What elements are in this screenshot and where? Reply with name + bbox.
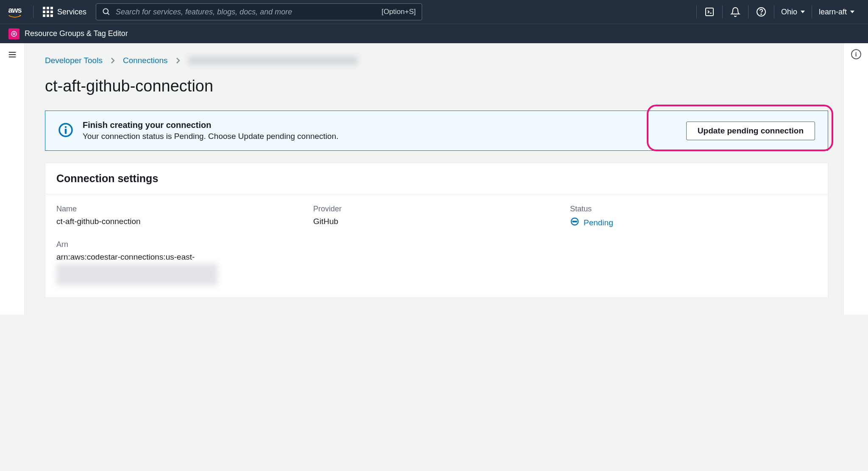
aws-logo[interactable]: aws (7, 6, 28, 18)
alert-wrap: Finish creating your connection Your con… (45, 111, 828, 151)
field-name: Name ct-aft-github-connection (56, 205, 303, 228)
info-icon (58, 122, 73, 139)
breadcrumb-connections[interactable]: Connections (123, 56, 168, 65)
search-container[interactable]: [Option+S] (96, 3, 422, 20)
svg-point-5 (761, 14, 762, 15)
alert-text: Your connection status is Pending. Choos… (83, 132, 677, 141)
help-button[interactable] (748, 0, 774, 24)
arn-redacted (56, 263, 217, 285)
cloudshell-icon (704, 7, 715, 17)
breadcrumb: Developer Tools Connections (45, 56, 828, 65)
search-icon (102, 8, 111, 16)
svg-point-12 (65, 126, 67, 127)
alert-title: Finish creating your connection (83, 120, 677, 130)
divider (33, 6, 33, 18)
page-title: ct-aft-github-connection (45, 77, 828, 95)
search-shortcut: [Option+S] (381, 8, 416, 16)
caret-down-icon (850, 11, 854, 13)
provider-label: Provider (313, 205, 560, 213)
alert-body: Finish creating your connection Your con… (83, 120, 677, 141)
aws-logo-swoosh-icon (7, 15, 23, 18)
services-label: Services (57, 8, 86, 17)
aws-logo-text: aws (8, 6, 21, 15)
svg-line-1 (108, 13, 109, 15)
caret-down-icon (801, 11, 805, 13)
card-header: Connection settings (45, 163, 828, 194)
chevron-right-icon (110, 57, 115, 64)
left-rail (0, 43, 25, 315)
breadcrumb-redacted (188, 56, 358, 65)
svg-point-7 (11, 31, 17, 36)
region-selector[interactable]: Ohio (774, 0, 812, 24)
right-rail: i (843, 43, 868, 315)
cloudshell-button[interactable] (697, 0, 722, 24)
status-label: Status (570, 205, 817, 213)
svg-point-16 (574, 221, 575, 222)
search-input[interactable] (116, 8, 377, 17)
pending-icon (570, 217, 579, 228)
top-nav: aws Services [Option+S] Ohio (0, 0, 868, 24)
arn-value: arn:aws:codestar-connections:us-east- (56, 252, 817, 262)
info-panel-toggle[interactable]: i (851, 49, 861, 59)
name-value: ct-aft-github-connection (56, 217, 303, 226)
account-selector[interactable]: learn-aft (812, 0, 861, 24)
hamburger-icon (8, 50, 17, 59)
account-label: learn-aft (819, 8, 847, 17)
field-provider: Provider GitHub (313, 205, 560, 228)
name-label: Name (56, 205, 303, 213)
main-wrap: Developer Tools Connections ct-aft-githu… (0, 43, 868, 315)
help-icon (756, 7, 766, 17)
top-right-controls: Ohio learn-aft (696, 0, 861, 24)
status-value-wrap: Pending (570, 217, 817, 228)
field-arn: Arn arn:aws:codestar-connections:us-east… (56, 240, 817, 285)
sidebar-toggle[interactable] (8, 50, 17, 315)
breadcrumb-developer-tools[interactable]: Developer Tools (45, 56, 103, 65)
settings-grid: Name ct-aft-github-connection Provider G… (56, 205, 817, 228)
apps-grid-icon (43, 7, 53, 17)
update-pending-connection-button[interactable]: Update pending connection (686, 122, 815, 140)
card-body: Name ct-aft-github-connection Provider G… (45, 194, 828, 297)
resource-groups-icon (8, 28, 19, 39)
status-value: Pending (584, 218, 613, 227)
notifications-button[interactable] (723, 0, 748, 24)
services-button[interactable]: Services (39, 7, 91, 17)
region-label: Ohio (781, 8, 797, 17)
connection-settings-card: Connection settings Name ct-aft-github-c… (45, 163, 828, 298)
svg-point-15 (573, 221, 573, 222)
chevron-right-icon (175, 57, 181, 64)
card-title: Connection settings (56, 172, 817, 185)
field-status: Status Pending (570, 205, 817, 228)
svg-point-17 (576, 221, 577, 222)
info-alert: Finish creating your connection Your con… (45, 111, 828, 151)
second-nav: Resource Groups & Tag Editor (0, 24, 868, 43)
svg-point-0 (103, 9, 108, 14)
provider-value: GitHub (313, 217, 560, 226)
content: Developer Tools Connections ct-aft-githu… (25, 43, 843, 315)
arn-label: Arn (56, 240, 817, 249)
svg-point-6 (13, 33, 15, 35)
svg-rect-13 (65, 129, 67, 134)
bell-icon (730, 7, 740, 17)
resource-groups-link[interactable]: Resource Groups & Tag Editor (25, 29, 128, 38)
